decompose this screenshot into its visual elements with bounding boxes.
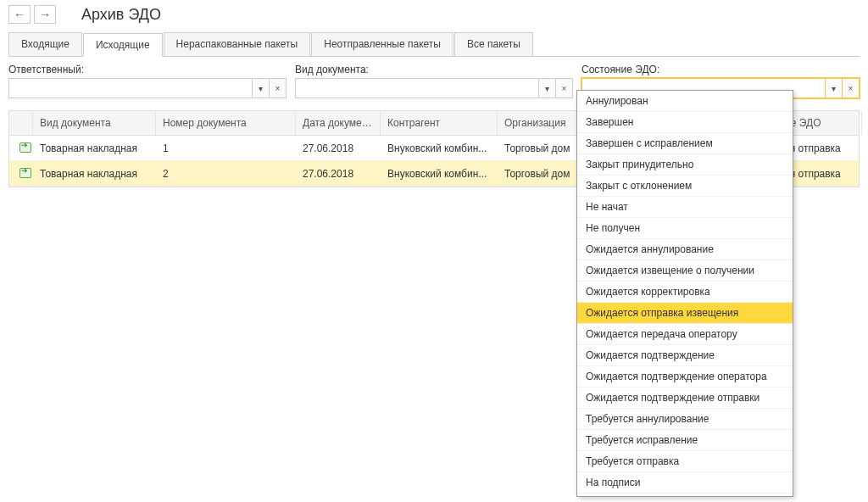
cell-doc-num: 2	[156, 162, 296, 186]
table-header-doc-date[interactable]: Дата документа	[296, 111, 381, 135]
document-out-icon	[19, 142, 33, 152]
cell-doc-type: Товарная накладная	[33, 162, 156, 186]
cell-counterparty: Внуковский комбин...	[381, 137, 498, 160]
row-icon-cell	[9, 136, 33, 160]
dropdown-item[interactable]: Требуется отправка	[577, 451, 793, 472]
filter-doc-type: Вид документа: ▾ ×	[295, 64, 573, 98]
cell-doc-type: Товарная накладная	[33, 137, 156, 160]
dropdown-item[interactable]: Не получен	[577, 218, 793, 239]
edo-state-dropdown[interactable]: АннулированЗавершенЗавершен с исправлени…	[576, 90, 793, 497]
dropdown-item[interactable]: Ожидается извещение о получении	[577, 260, 793, 282]
filter-doc-type-input[interactable]	[296, 79, 538, 98]
header: ← → Архив ЭДО	[0, 0, 868, 32]
filter-doc-type-input-wrap: ▾ ×	[295, 78, 573, 98]
row-icon-cell	[9, 161, 33, 186]
dropdown-item[interactable]: Завершен	[577, 112, 793, 133]
filter-responsible-input[interactable]	[9, 79, 252, 98]
filter-doc-type-label: Вид документа:	[295, 64, 573, 75]
page-title: Архив ЭДО	[81, 6, 161, 24]
dropdown-item[interactable]: Завершен с исправлением	[577, 133, 793, 154]
dropdown-item[interactable]: Закрыт принудительно	[577, 154, 793, 176]
clear-button[interactable]: ×	[555, 79, 572, 98]
dropdown-item[interactable]: Ожидается отправка извещения	[577, 303, 793, 324]
dropdown-item[interactable]: Требуется подписание извещения	[577, 494, 793, 497]
cell-counterparty: Внуковский комбин...	[381, 162, 498, 186]
cell-doc-date: 27.06.2018	[296, 162, 381, 186]
dropdown-item[interactable]: Ожидается подтверждение оператора	[577, 366, 793, 388]
dropdown-item[interactable]: Закрыт с отклонением	[577, 176, 793, 197]
dropdown-item[interactable]: На подписи	[577, 472, 793, 494]
nav-buttons: ← →	[8, 5, 56, 24]
nav-forward-button[interactable]: →	[34, 5, 56, 24]
tabs: ВходящиеИсходящиеНераспакованные пакетыН…	[8, 32, 860, 57]
cell-doc-date: 27.06.2018	[296, 137, 381, 160]
filter-responsible: Ответственный: ▾ ×	[8, 64, 287, 98]
cell-doc-num: 1	[156, 137, 296, 160]
nav-back-button[interactable]: ←	[8, 5, 31, 24]
table-header-doc-num[interactable]: Номер документа	[156, 111, 296, 135]
dropdown-item[interactable]: Ожидается аннулирование	[577, 239, 793, 260]
dropdown-item[interactable]: Не начат	[577, 197, 793, 218]
dropdown-item[interactable]: Ожидается корректировка	[577, 282, 793, 303]
dropdown-item[interactable]: Требуется аннулирование	[577, 409, 793, 430]
tab-4[interactable]: Все пакеты	[454, 32, 533, 56]
tab-0[interactable]: Входящие	[8, 32, 82, 56]
dropdown-item[interactable]: Ожидается подтверждение отправки	[577, 388, 793, 409]
clear-button[interactable]: ×	[269, 79, 286, 98]
table-header-icon	[9, 111, 33, 135]
table-header-counterparty[interactable]: Контрагент	[381, 111, 498, 135]
dropdown-item[interactable]: Ожидается подтверждение	[577, 345, 793, 366]
dropdown-item[interactable]: Аннулирован	[577, 91, 793, 112]
filter-edo-state-label: Состояние ЭДО:	[581, 64, 860, 75]
tab-1[interactable]: Исходящие	[83, 33, 163, 57]
dropdown-button[interactable]: ▾	[252, 79, 269, 98]
document-out-icon	[19, 167, 33, 177]
dropdown-item[interactable]: Требуется исправление	[577, 430, 793, 451]
dropdown-button[interactable]: ▾	[538, 79, 555, 98]
tab-3[interactable]: Неотправленные пакеты	[311, 32, 453, 56]
tab-2[interactable]: Нераспакованные пакеты	[164, 32, 311, 56]
filter-responsible-input-wrap: ▾ ×	[8, 78, 287, 98]
dropdown-item[interactable]: Ожидается передача оператору	[577, 324, 793, 345]
dropdown-button[interactable]: ▾	[825, 79, 842, 98]
filter-responsible-label: Ответственный:	[8, 64, 287, 75]
clear-button[interactable]: ×	[842, 79, 859, 98]
table-header-doc-type[interactable]: Вид документа	[33, 111, 156, 135]
